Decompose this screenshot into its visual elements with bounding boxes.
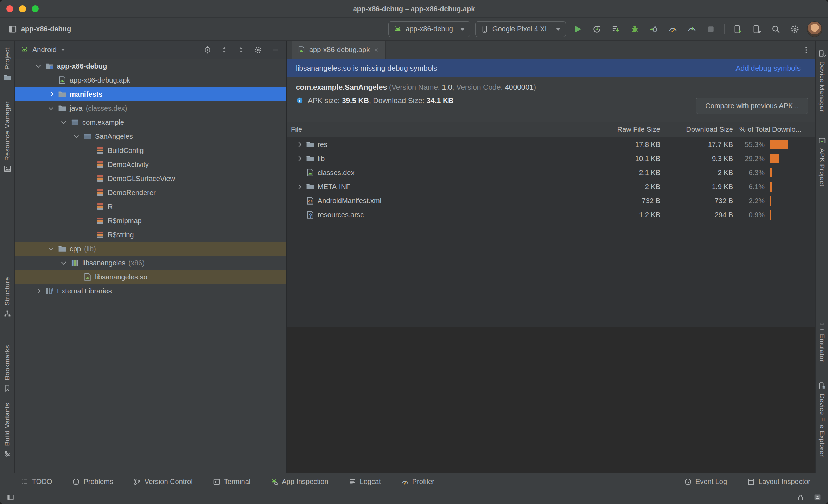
tree-chevron-icon[interactable] (72, 273, 81, 281)
tree-chevron-icon[interactable] (60, 259, 68, 267)
running-devices-button[interactable] (731, 22, 745, 36)
apk-table-row[interactable]: META-INF 2 KB 1.9 KB 6.1% (287, 180, 815, 194)
tree-item-icon (58, 244, 67, 253)
collapse-all-icon[interactable] (237, 46, 246, 54)
row-chevron-icon[interactable] (295, 154, 304, 163)
expand-all-icon[interactable] (220, 46, 229, 54)
tree-item[interactable]: app-x86-debug (15, 59, 286, 73)
tool-version-control[interactable]: Version Control (133, 478, 193, 486)
tree-chevron-icon[interactable] (47, 90, 56, 98)
apk-table-row[interactable]: lib 10.1 KB 9.3 KB 29.2% (287, 151, 815, 166)
tool-apk-project[interactable]: APK Project (816, 136, 828, 186)
tool-build-variants[interactable]: Build Variants (0, 403, 14, 458)
avatar[interactable] (807, 21, 822, 37)
device-select[interactable]: Google Pixel 4 XL (475, 21, 566, 37)
tool-layout-inspector[interactable]: Layout Inspector (747, 478, 810, 486)
row-chevron-icon[interactable] (295, 211, 304, 219)
profile-button[interactable] (666, 22, 680, 36)
row-chevron-icon[interactable] (295, 196, 304, 205)
tree-chevron-icon[interactable] (85, 202, 94, 211)
tool-window-switcher-icon[interactable] (6, 493, 15, 502)
add-debug-symbols-link[interactable]: Add debug symbols (736, 64, 801, 72)
close-tab-icon[interactable] (373, 47, 380, 53)
apk-table-row[interactable]: res 17.8 KB 17.7 KB 55.3% (287, 137, 815, 151)
panel-settings-icon[interactable] (254, 46, 262, 54)
tree-item[interactable]: libsanangeles.so (15, 270, 286, 284)
row-chevron-icon[interactable] (295, 168, 304, 177)
select-opened-file-icon[interactable] (203, 46, 212, 54)
stop-button[interactable] (704, 22, 718, 36)
tool-structure[interactable]: Structure (0, 277, 14, 318)
column-download-size[interactable]: Download Size (665, 125, 738, 134)
tree-chevron-icon[interactable] (85, 174, 94, 183)
run-button[interactable] (571, 22, 585, 36)
column-raw-size[interactable]: Raw File Size (581, 125, 665, 134)
tree-item[interactable]: R (15, 200, 286, 214)
tool-bookmarks[interactable]: Bookmarks (0, 345, 14, 392)
tree-item[interactable]: DemoRenderer (15, 186, 286, 200)
tree-chevron-icon[interactable] (47, 76, 56, 84)
attach-debugger-button[interactable] (647, 22, 661, 36)
tree-chevron-icon[interactable] (47, 104, 56, 112)
tree-item[interactable]: cpp (lib) (15, 242, 286, 256)
row-chevron-icon[interactable] (295, 182, 304, 191)
tree-chevron-icon[interactable] (60, 118, 68, 127)
compare-apk-button[interactable]: Compare with previous APK... (696, 98, 808, 114)
tool-emulator[interactable]: Emulator (816, 322, 828, 362)
tree-item[interactable]: DemoActivity (15, 157, 286, 172)
tool-profiler[interactable]: Profiler (401, 478, 434, 486)
lock-icon[interactable] (796, 493, 805, 502)
tool-terminal[interactable]: Terminal (212, 478, 251, 486)
settings-button[interactable] (788, 22, 802, 36)
apply-code-changes-button[interactable] (609, 22, 623, 36)
tree-item[interactable]: R$mipmap (15, 214, 286, 228)
tree-item[interactable]: app-x86-debug.apk (15, 73, 286, 87)
tree-item[interactable]: External Libraries (15, 284, 286, 298)
tool-device-manager[interactable]: Device Manager (816, 49, 828, 112)
tool-problems[interactable]: Problems (72, 478, 113, 486)
tree-item[interactable]: SanAngeles (15, 129, 286, 143)
apk-table-row[interactable]: AndroidManifest.xml 732 B 732 B 2.2% (287, 194, 815, 208)
apk-table-row[interactable]: resources.arsc 1.2 KB 294 B 0.9% (287, 208, 815, 222)
tree-chevron-icon[interactable] (47, 245, 56, 253)
tree-item-label: External Libraries (57, 287, 112, 295)
tool-resource-manager[interactable]: Resource Manager (0, 101, 14, 173)
tool-app-inspection[interactable]: App Inspection (270, 478, 328, 486)
tree-chevron-icon[interactable] (34, 62, 43, 70)
tree-item[interactable]: libsanangeles (x86) (15, 256, 286, 270)
apk-table-row[interactable]: classes.dex 2.1 KB 2 KB 6.3% (287, 166, 815, 180)
tree-item[interactable]: manifests (15, 87, 286, 101)
tree-item[interactable]: R$string (15, 228, 286, 242)
tree-chevron-icon[interactable] (72, 132, 81, 141)
device-manager-button[interactable] (750, 22, 764, 36)
tool-todo[interactable]: TODO (20, 478, 52, 486)
tree-chevron-icon[interactable] (85, 146, 94, 155)
version-code: 4000001 (505, 83, 534, 91)
apply-changes-button[interactable] (590, 22, 604, 36)
row-chevron-icon[interactable] (295, 140, 304, 149)
hide-panel-icon[interactable] (271, 46, 279, 54)
tool-logcat[interactable]: Logcat (348, 478, 381, 486)
tree-item[interactable]: BuildConfig (15, 143, 286, 157)
tool-device-file-explorer[interactable]: Device File Explorer (816, 382, 828, 457)
column-file[interactable]: File (287, 125, 581, 134)
editor-options-icon[interactable] (802, 46, 810, 54)
tree-item[interactable]: com.example (15, 115, 286, 129)
profile-low-overhead-button[interactable] (685, 22, 699, 36)
tree-chevron-icon[interactable] (85, 217, 94, 225)
tab-apk[interactable]: app-x86-debug.apk (292, 41, 386, 59)
tool-event-log[interactable]: Event Log (684, 478, 727, 486)
tree-chevron-icon[interactable] (85, 160, 94, 169)
tree-chevron-icon[interactable] (85, 231, 94, 239)
column-percent[interactable]: % of Total Downlo... (738, 125, 815, 134)
tool-project[interactable]: Project (0, 47, 14, 82)
tree-item[interactable]: DemoGLSurfaceView (15, 172, 286, 186)
project-view-selector[interactable]: Android (32, 46, 57, 54)
user-badge-icon[interactable] (813, 493, 822, 502)
run-configuration-select[interactable]: app-x86-debug (388, 21, 470, 37)
tree-chevron-icon[interactable] (34, 287, 43, 295)
debug-button[interactable] (628, 22, 642, 36)
tree-item[interactable]: java (classes.dex) (15, 101, 286, 115)
tree-chevron-icon[interactable] (85, 188, 94, 197)
search-everywhere-button[interactable] (769, 22, 783, 36)
